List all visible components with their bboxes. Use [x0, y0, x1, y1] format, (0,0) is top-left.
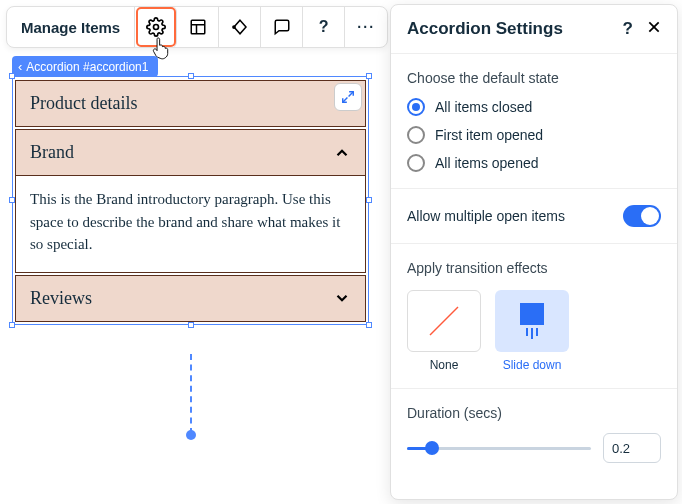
chevron-down-icon	[333, 289, 351, 307]
close-icon	[647, 20, 661, 34]
svg-rect-1	[191, 20, 205, 34]
top-toolbar: Manage Items ? ···	[6, 6, 388, 48]
settings-button[interactable]	[135, 6, 177, 48]
expand-icon	[341, 90, 355, 104]
more-button[interactable]: ···	[345, 6, 387, 48]
default-state-label: Choose the default state	[407, 70, 661, 86]
canvas: Product details Brand This is the Brand …	[12, 76, 369, 325]
accordion-item[interactable]: Product details	[15, 80, 366, 127]
duration-input[interactable]: 0.2	[603, 433, 661, 463]
duration-label: Duration (secs)	[407, 405, 661, 421]
animation-button[interactable]	[219, 6, 261, 48]
accordion-component[interactable]: Product details Brand This is the Brand …	[12, 76, 369, 325]
accordion-title: Brand	[30, 142, 74, 163]
question-icon: ?	[319, 18, 329, 36]
transition-label: Apply transition effects	[407, 260, 661, 276]
expand-stage-button[interactable]	[334, 83, 362, 111]
svg-point-0	[153, 25, 158, 30]
accordion-header[interactable]: Product details	[16, 81, 365, 126]
comment-icon	[273, 18, 291, 36]
svg-line-7	[430, 307, 458, 335]
radio-all-closed[interactable]: All items closed	[407, 98, 661, 116]
panel-title: Accordion Settings	[407, 19, 563, 39]
guide-handle[interactable]	[186, 430, 196, 440]
none-icon	[424, 301, 464, 341]
accordion-header[interactable]: Brand	[16, 130, 365, 175]
allow-multiple-label: Allow multiple open items	[407, 208, 565, 224]
chevron-up-icon	[333, 144, 351, 162]
slide-icon	[520, 303, 544, 325]
transition-slide-label: Slide down	[495, 358, 569, 372]
radio-label: All items closed	[435, 99, 532, 115]
panel-close-button[interactable]	[647, 19, 661, 39]
transition-none[interactable]: None	[407, 290, 481, 372]
accordion-item[interactable]: Brand This is the Brand introductory par…	[15, 129, 366, 273]
radio-label: All items opened	[435, 155, 539, 171]
layout-icon	[189, 18, 207, 36]
accordion-body: This is the Brand introductory paragraph…	[16, 175, 365, 272]
comment-button[interactable]	[261, 6, 303, 48]
panel-help-button[interactable]: ?	[623, 19, 633, 39]
svg-point-4	[233, 26, 235, 28]
breadcrumb[interactable]: Accordion #accordion1	[12, 56, 158, 77]
vertical-guide	[190, 354, 192, 434]
allow-multiple-toggle[interactable]	[623, 205, 661, 227]
radio-all-opened[interactable]: All items opened	[407, 154, 661, 172]
radio-label: First item opened	[435, 127, 543, 143]
help-button[interactable]: ?	[303, 6, 345, 48]
gear-icon	[146, 17, 166, 37]
transition-none-label: None	[407, 358, 481, 372]
accordion-item[interactable]: Reviews	[15, 275, 366, 322]
accordion-title: Product details	[30, 93, 137, 114]
manage-items-button[interactable]: Manage Items	[7, 7, 135, 47]
layout-button[interactable]	[177, 6, 219, 48]
radio-first-opened[interactable]: First item opened	[407, 126, 661, 144]
more-icon: ···	[357, 19, 375, 35]
duration-slider[interactable]	[407, 438, 591, 458]
animation-icon	[231, 18, 249, 36]
accordion-title: Reviews	[30, 288, 92, 309]
panel-header: Accordion Settings ?	[391, 5, 677, 54]
accordion-header[interactable]: Reviews	[16, 276, 365, 321]
settings-panel: Accordion Settings ? Choose the default …	[390, 4, 678, 500]
transition-slide-down[interactable]: Slide down	[495, 290, 569, 372]
